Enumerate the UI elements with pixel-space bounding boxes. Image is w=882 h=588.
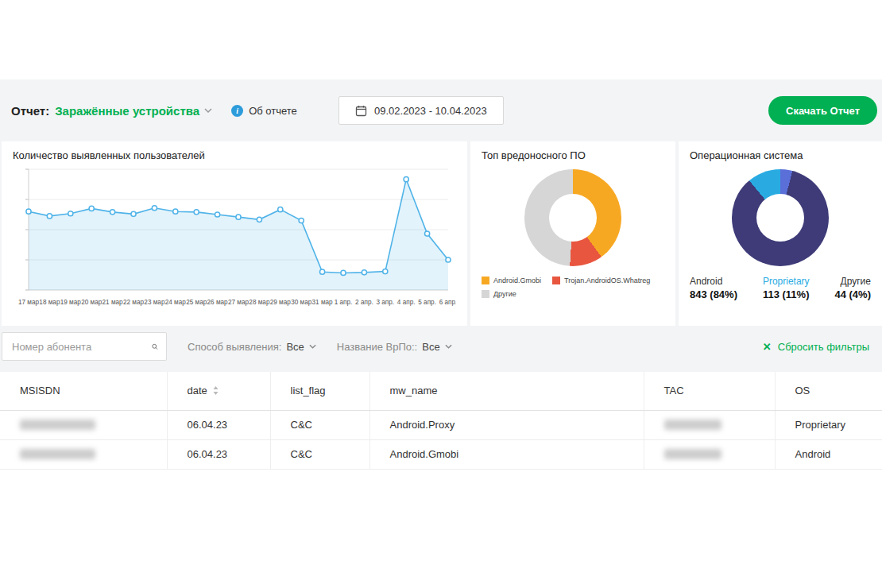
svg-text:5 апр.: 5 апр. bbox=[418, 299, 436, 306]
table-cell: C&C bbox=[270, 439, 369, 469]
chevron-down-icon bbox=[204, 108, 212, 113]
legend-label: Android.Gmobi bbox=[493, 277, 541, 284]
legend-swatch bbox=[552, 277, 560, 284]
chevron-down-icon bbox=[309, 344, 316, 349]
column-header-mw_name: mw_name bbox=[369, 372, 644, 410]
os-stat-value: 113 (11%) bbox=[763, 288, 810, 300]
os-chart-title: Операционная система bbox=[690, 149, 871, 161]
svg-text:31 мар: 31 мар bbox=[312, 299, 334, 306]
table-cell bbox=[0, 439, 167, 469]
detection-method-label: Способ выявления: bbox=[188, 341, 281, 353]
report-name: Заражённые устройства bbox=[55, 104, 199, 118]
table-cell: Android bbox=[775, 439, 882, 469]
column-header-label: MSISDN bbox=[20, 385, 60, 397]
detection-method-dropdown[interactable]: Способ выявления: Все bbox=[188, 341, 316, 353]
os-stats: Android843 (84%)Proprietary113 (11%)Друг… bbox=[690, 276, 871, 300]
svg-text:21 мар: 21 мар bbox=[103, 299, 124, 306]
svg-text:6 апр.: 6 апр. bbox=[439, 299, 456, 306]
table-cell bbox=[644, 410, 775, 439]
malware-name-value: Все bbox=[422, 341, 439, 353]
malware-chart-title: Топ вредоносного ПО bbox=[482, 149, 664, 161]
search-icon[interactable] bbox=[152, 340, 158, 354]
report-dashboard: Отчет: Заражённые устройства i Об отчете… bbox=[0, 79, 882, 372]
subscriber-search-box bbox=[2, 332, 167, 361]
os-chart-card: Операционная система Android843 (84%)Pro… bbox=[679, 141, 882, 326]
column-header-date[interactable]: date bbox=[167, 372, 270, 410]
reset-filters-button[interactable]: ✕ Сбросить фильтры bbox=[763, 341, 869, 353]
malware-donut-chart bbox=[524, 169, 621, 266]
svg-text:24 мар: 24 мар bbox=[165, 299, 187, 306]
column-header-label: mw_name bbox=[390, 385, 438, 397]
chevron-down-icon bbox=[445, 344, 452, 349]
table-row: 06.04.23C&CAndroid.GmobiAndroid bbox=[0, 439, 882, 469]
svg-text:23 мар: 23 мар bbox=[144, 299, 165, 306]
donut-hole bbox=[549, 194, 597, 242]
malware-name-label: Название ВрПо:: bbox=[337, 341, 417, 353]
malware-name-dropdown[interactable]: Название ВрПо:: Все bbox=[337, 341, 452, 353]
malware-legend: Android.GmobiTrojan.AndroidOS.WhatregДру… bbox=[482, 277, 664, 298]
info-icon: i bbox=[231, 105, 243, 117]
reset-filters-label: Сбросить фильтры bbox=[778, 341, 869, 353]
table-cell: C&C bbox=[270, 410, 369, 439]
charts-row: Количество выявленных пользователей 17 м… bbox=[0, 141, 882, 326]
date-range-picker[interactable]: 09.02.2023 - 10.04.2023 bbox=[338, 96, 504, 125]
svg-text:3 апр.: 3 апр. bbox=[376, 299, 394, 306]
detection-method-value: Все bbox=[286, 341, 304, 353]
table-cell: 06.04.23 bbox=[167, 439, 270, 469]
donut-hole bbox=[756, 194, 804, 242]
download-report-button[interactable]: Скачать Отчет bbox=[768, 96, 877, 125]
legend-label: Другие bbox=[493, 290, 516, 298]
table-header-row: MSISDNdatelist_flagmw_nameTACOS bbox=[0, 372, 882, 410]
column-header-list_flag: list_flag bbox=[270, 372, 369, 410]
svg-text:2 апр.: 2 апр. bbox=[355, 299, 373, 306]
svg-text:30 мар: 30 мар bbox=[291, 299, 312, 306]
column-header-label: OS bbox=[795, 385, 810, 397]
column-header-label: date bbox=[188, 385, 207, 397]
os-stat: Android843 (84%) bbox=[690, 276, 737, 300]
os-stat-value: 843 (84%) bbox=[690, 288, 737, 300]
table-row: 06.04.23C&CAndroid.ProxyProprietary bbox=[0, 410, 882, 439]
svg-text:18 мар: 18 мар bbox=[39, 299, 60, 306]
os-stat-name: Другие bbox=[834, 276, 871, 287]
os-stat: Другие44 (4%) bbox=[834, 276, 871, 300]
table-cell bbox=[0, 410, 167, 439]
svg-text:20 мар: 20 мар bbox=[81, 299, 103, 306]
table-cell: Android.Gmobi bbox=[369, 439, 644, 469]
report-selector[interactable]: Заражённые устройства bbox=[55, 104, 212, 118]
close-icon: ✕ bbox=[763, 341, 772, 353]
svg-text:4 апр.: 4 апр. bbox=[397, 299, 416, 306]
sort-icon bbox=[213, 386, 219, 395]
svg-text:22 мар: 22 мар bbox=[123, 299, 145, 306]
masked-value bbox=[20, 449, 95, 459]
about-label: Об отчете bbox=[249, 105, 297, 117]
os-stat-name: Proprietary bbox=[763, 276, 810, 287]
date-range-value: 09.02.2023 - 10.04.2023 bbox=[374, 105, 487, 117]
svg-text:27 мар: 27 мар bbox=[228, 299, 250, 306]
table-cell bbox=[644, 439, 775, 469]
column-header-os: OS bbox=[775, 372, 882, 410]
svg-text:26 мар: 26 мар bbox=[207, 299, 229, 306]
table-cell: Proprietary bbox=[775, 410, 882, 439]
os-stat: Proprietary113 (11%) bbox=[763, 276, 810, 300]
table-cell: Android.Proxy bbox=[369, 410, 644, 439]
masked-value bbox=[664, 449, 721, 459]
svg-text:29 мар: 29 мар bbox=[270, 299, 292, 306]
about-report-link[interactable]: i Об отчете bbox=[231, 105, 297, 117]
svg-text:19 мар: 19 мар bbox=[60, 299, 82, 306]
report-label: Отчет: bbox=[11, 104, 49, 118]
table-cell: 06.04.23 bbox=[167, 410, 270, 439]
column-header-msisdn: MSISDN bbox=[0, 372, 167, 410]
calendar-icon bbox=[355, 105, 367, 117]
os-stat-name: Android bbox=[690, 276, 737, 287]
filter-bar: Способ выявления: Все Название ВрПо:: Вс… bbox=[0, 326, 882, 361]
column-header-tac: TAC bbox=[644, 372, 775, 410]
legend-label: Trojan.AndroidOS.Whatreg bbox=[564, 277, 650, 284]
search-input[interactable] bbox=[12, 341, 152, 353]
users-chart-card: Количество выявленных пользователей 17 м… bbox=[2, 141, 467, 326]
os-donut-chart bbox=[732, 169, 829, 266]
legend-item: Другие bbox=[482, 290, 516, 298]
svg-text:17 мар: 17 мар bbox=[18, 299, 40, 306]
users-chart-title: Количество выявленных пользователей bbox=[13, 149, 456, 161]
malware-chart-card: Топ вредоносного ПО Android.GmobiTrojan.… bbox=[470, 141, 675, 326]
top-whitespace bbox=[0, 0, 882, 79]
